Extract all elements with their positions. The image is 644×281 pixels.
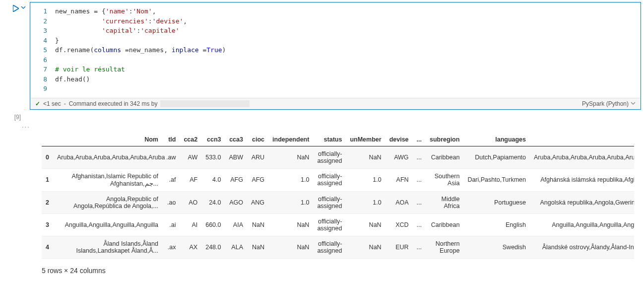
table-cell: NaN [346,236,385,258]
table-cell: Caribbean [426,213,463,236]
code-line[interactable] [55,84,641,94]
dataframe-wrapper[interactable]: Nomtldcca2ccn3cca3ciocindependentstatusu… [42,133,634,259]
chevron-down-icon[interactable] [21,5,26,11]
line-number: 3 [30,26,47,36]
exec-duration: <1 sec [43,100,61,107]
dataframe-table: Nomtldcca2ccn3cca3ciocindependentstatusu… [42,133,634,259]
table-cell: ... [413,146,426,168]
table-cell: Åland Islands,Åland Islands,Landskapet Å… [53,236,162,258]
column-header [42,133,53,146]
column-header: status [313,133,346,146]
table-cell: NaN [268,236,313,258]
table-cell: Dutch,Papiamento [463,146,530,168]
table-cell: 660.0 [201,213,225,236]
table-cell: Anguilla,Anguilla,Anguilla,Anguilla [53,213,162,236]
kernel-selector[interactable]: PySpark (Python) [582,100,636,107]
table-cell: 533.0 [201,146,225,168]
table-cell: 0 [42,146,53,168]
table-cell: Northern Europe [426,236,463,258]
table-cell: ... [413,168,426,191]
table-cell: Aruba,Aruba,Aruba,Aruba,Aruba,Aruba,Arub… [530,146,634,168]
table-cell: ARU [247,146,268,168]
code-line[interactable]: new_names = {'name':'Nom', [55,6,641,16]
line-number: 2 [30,16,47,26]
table-cell: Aruba,Aruba,Aruba,Aruba,Aruba,Aruba [53,146,162,168]
chevron-down-icon [631,100,636,107]
code-editor[interactable]: 123456789 new_names = {'name':'Nom', 'cu… [30,2,641,98]
line-gutter: 123456789 [30,6,55,94]
table-cell: NaN [268,146,313,168]
table-cell: Southern Asia [426,168,463,191]
code-line[interactable]: 'currencies':'devise', [55,16,641,26]
notebook-cell: 123456789 new_names = {'name':'Nom', 'cu… [0,0,644,112]
table-cell: AGO [225,191,247,213]
table-row: 4Åland Islands,Åland Islands,Landskapet … [42,236,634,258]
table-cell: AFG [247,168,268,191]
table-cell: 3 [42,213,53,236]
table-cell: AFN [386,168,413,191]
table-cell: 1.0 [346,191,385,213]
code-line[interactable]: 'capital':'capitale' [55,26,641,36]
table-cell: officially-assigned [313,191,346,213]
table-cell: AX [180,236,201,258]
code-line[interactable]: } [55,36,641,46]
table-row: 2Angola,Republic of Angola,República de … [42,191,634,213]
column-header: subregion [426,133,463,146]
table-cell: 4.0 [201,168,225,191]
table-cell: AI [180,213,201,236]
code-line[interactable]: # voir le résultat [55,65,641,74]
code-line[interactable]: df.head() [55,74,641,84]
table-cell: AWG [386,146,413,168]
table-cell: ... [413,236,426,258]
kernel-label: PySpark (Python) [582,100,629,107]
table-cell: Ålandské ostrovy,Ålandy,Åland-Inseln,Åla… [530,236,634,258]
cell-menu-ellipsis[interactable]: ... [0,121,644,133]
line-number: 5 [30,45,47,55]
column-header: devise [386,133,413,146]
code-cell[interactable]: 123456789 new_names = {'name':'Nom', 'cu… [30,2,641,110]
status-sep: - [64,100,66,107]
code-line[interactable] [55,55,641,65]
table-cell: NaN [346,213,385,236]
table-row: 3Anguilla,Anguilla,Anguilla,Anguilla.aiA… [42,213,634,236]
table-cell: 1.0 [268,168,313,191]
table-cell: 1.0 [268,191,313,213]
line-number: 6 [30,55,47,65]
table-cell: NaN [346,146,385,168]
exec-message: Command executed in 342 ms by [69,100,158,107]
code-line[interactable]: df.rename(columns =new_names, inplace =T… [55,45,641,55]
table-cell: ALA [225,236,247,258]
output-area: Nomtldcca2ccn3cca3ciocindependentstatusu… [42,133,634,281]
table-cell: officially-assigned [313,236,346,258]
table-cell: 4 [42,236,53,258]
table-cell: NaN [247,236,268,258]
table-cell: 2 [42,191,53,213]
run-icon[interactable] [13,5,19,13]
table-cell: Anguilla,Anguilla,Anguilla,Anguilla,Angu… [530,213,634,236]
exec-count: [9] [0,112,30,121]
table-cell: officially-assigned [313,146,346,168]
column-header: ... [413,133,426,146]
table-cell: AF [180,168,201,191]
table-cell: Angolská republika,Angola,Gweriniaeth An… [530,191,634,213]
table-row: 1Afghanistan,Islamic Republic of Afghani… [42,168,634,191]
table-cell: ABW [225,146,247,168]
table-cell: NaN [247,213,268,236]
line-number: 8 [30,74,47,84]
column-header: unMember [346,133,385,146]
line-number: 4 [30,36,47,46]
table-cell: Angola,Republic of Angola,República de A… [53,191,162,213]
column-header: translations [530,133,634,146]
table-cell: officially-assigned [313,168,346,191]
table-cell: 248.0 [201,236,225,258]
column-header: cca3 [225,133,247,146]
code-content[interactable]: new_names = {'name':'Nom', 'currencies':… [55,6,641,94]
table-cell: .ao [162,191,180,213]
table-header-row: Nomtldcca2ccn3cca3ciocindependentstatusu… [42,133,634,146]
table-cell: AFG [225,168,247,191]
line-number: 7 [30,65,47,74]
check-icon: ✓ [35,100,40,107]
table-cell: Middle Africa [426,191,463,213]
table-cell: AIA [225,213,247,236]
column-header: tld [162,133,180,146]
